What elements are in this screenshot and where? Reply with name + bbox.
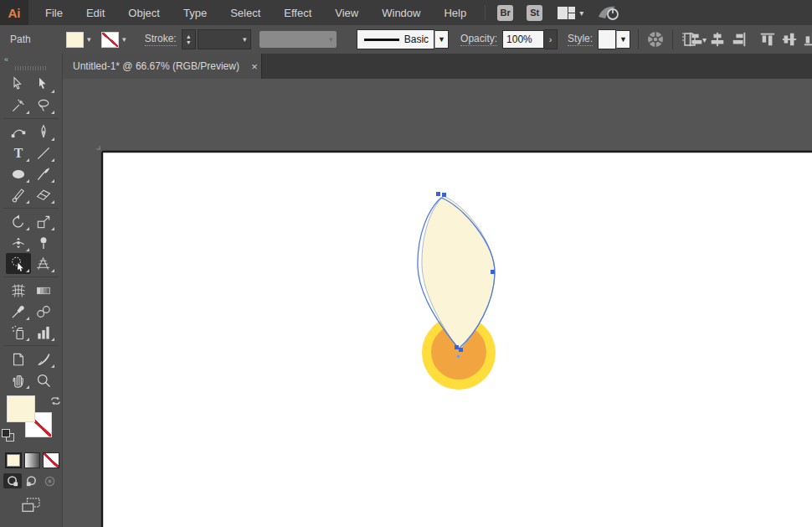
opacity-label[interactable]: Opacity: <box>460 33 497 46</box>
menu-item-edit[interactable]: Edit <box>75 0 116 25</box>
mesh-tool-icon <box>10 282 27 299</box>
align-right-button[interactable] <box>728 30 750 49</box>
swap-fill-stroke-icon[interactable] <box>50 395 61 406</box>
none-mode-button[interactable] <box>43 452 59 468</box>
eyedropper-tool[interactable] <box>6 301 31 322</box>
gpu-performance-icon[interactable] <box>595 3 622 22</box>
shaper-tool[interactable] <box>6 184 31 205</box>
width-tool[interactable] <box>6 232 31 253</box>
arrange-documents-icon[interactable] <box>558 7 576 19</box>
magic-wand-tool[interactable] <box>6 95 31 116</box>
direct-selection-tool[interactable] <box>31 74 56 95</box>
lasso-tool-icon <box>35 97 52 114</box>
screen-mode-button[interactable] <box>20 497 42 514</box>
puppet-warp-tool[interactable] <box>31 232 56 253</box>
brush-definition-combo[interactable]: Basic <box>357 29 434 49</box>
chevron-down-icon[interactable]: ▾ <box>239 32 250 48</box>
pen-tool[interactable] <box>31 121 56 142</box>
panel-drag-grip[interactable] <box>15 66 47 70</box>
fill-indicator[interactable] <box>7 395 35 422</box>
document-tab[interactable]: Untitled-1* @ 66.67% (RGB/Preview) × <box>63 54 262 79</box>
opacity-expand-arrow[interactable]: › <box>544 29 558 49</box>
menu-item-select[interactable]: Select <box>218 0 272 25</box>
eraser-tool-icon <box>35 187 52 204</box>
stroke-weight-combo[interactable]: ▾ <box>198 29 251 49</box>
menu-item-help[interactable]: Help <box>432 0 478 25</box>
type-tool[interactable] <box>6 142 31 163</box>
recolor-artwork-icon[interactable] <box>646 30 665 49</box>
canvas-area[interactable] <box>63 79 812 527</box>
gradient-tool[interactable] <box>31 280 56 301</box>
curvature-tool[interactable] <box>6 121 31 142</box>
draw-inside-button[interactable] <box>40 473 59 488</box>
collapse-panel-icon[interactable]: « <box>4 55 8 64</box>
symbol-sprayer-tool[interactable] <box>6 322 31 343</box>
menu-item-file[interactable]: File <box>33 0 75 25</box>
chevron-down-icon[interactable]: ▾ <box>84 32 95 48</box>
stock-button[interactable]: St <box>527 5 542 21</box>
color-mode-button[interactable] <box>5 452 22 468</box>
lasso-tool[interactable] <box>31 95 56 116</box>
shape-builder-tool[interactable] <box>6 253 31 274</box>
style-label[interactable]: Style: <box>568 33 593 46</box>
align-center-button[interactable] <box>707 30 728 49</box>
stroke-weight-label[interactable]: Stroke: <box>145 33 177 46</box>
hand-tool[interactable] <box>6 369 31 390</box>
zoom-tool-icon <box>35 372 52 389</box>
draw-normal-button[interactable] <box>3 473 22 488</box>
stroke-none-swatch[interactable] <box>101 32 119 48</box>
shaper-tool-icon <box>10 187 27 204</box>
gradient-tool-icon <box>35 282 52 299</box>
mesh-tool[interactable] <box>6 280 31 301</box>
width-profile-dropdown: ▾ <box>260 31 337 48</box>
paintbrush-tool[interactable] <box>31 163 56 184</box>
style-chevron[interactable]: ▼ <box>616 30 630 49</box>
menu-item-object[interactable]: Object <box>116 0 172 25</box>
paintbrush-tool-icon <box>35 166 52 183</box>
zoom-tool[interactable] <box>31 369 56 390</box>
fill-color-picker[interactable]: ▾ <box>66 32 95 48</box>
selection-type-label: Path <box>10 34 31 45</box>
eraser-tool[interactable] <box>31 184 56 205</box>
symbol-sprayer-tool-icon <box>10 324 27 341</box>
gradient-mode-button[interactable] <box>24 452 41 468</box>
menu-item-effect[interactable]: Effect <box>272 0 323 25</box>
menu-item-window[interactable]: Window <box>370 0 432 25</box>
blend-tool[interactable] <box>31 301 56 322</box>
stroke-color-picker[interactable]: ▾ <box>101 32 130 48</box>
tool-group-divider <box>3 118 59 119</box>
align-middle-button[interactable] <box>779 30 800 49</box>
artboard-tool[interactable] <box>6 349 31 369</box>
align-top-button[interactable] <box>757 30 779 49</box>
fill-swatch[interactable] <box>66 32 84 48</box>
slice-tool[interactable] <box>31 349 56 369</box>
draw-behind-button[interactable] <box>22 473 40 488</box>
style-swatch[interactable] <box>598 29 616 49</box>
magic-wand-tool-icon <box>10 97 27 114</box>
artboard-tool-icon <box>10 351 27 368</box>
default-fill-stroke-icon[interactable] <box>2 429 13 441</box>
menu-item-type[interactable]: Type <box>172 0 218 25</box>
drawing-modes-row <box>3 473 62 488</box>
close-icon[interactable]: × <box>248 60 261 73</box>
align-group <box>685 30 812 49</box>
document-tab-bar: Untitled-1* @ 66.67% (RGB/Preview) × <box>63 54 812 79</box>
chevron-down-icon[interactable]: ▾ <box>119 32 130 48</box>
line-segment-tool[interactable] <box>31 142 56 163</box>
column-graph-tool[interactable] <box>31 322 56 343</box>
puppet-warp-tool-icon <box>35 235 52 251</box>
brush-definition-chevron[interactable]: ▼ <box>434 30 449 49</box>
perspective-grid-tool[interactable] <box>31 253 56 274</box>
chevron-down-icon[interactable]: ▾ <box>579 8 583 18</box>
bridge-button[interactable]: Br <box>497 5 513 21</box>
selection-tool[interactable] <box>6 74 31 95</box>
pen-tool-icon <box>35 124 52 141</box>
align-bottom-button[interactable] <box>800 30 812 49</box>
align-left-button[interactable] <box>685 30 707 49</box>
ellipse-tool[interactable] <box>6 163 31 184</box>
stroke-weight-stepper[interactable]: ▲▼ <box>182 29 196 49</box>
scale-tool[interactable] <box>31 211 56 232</box>
menu-item-view[interactable]: View <box>323 0 370 25</box>
opacity-input[interactable] <box>502 30 544 49</box>
rotate-tool[interactable] <box>6 211 31 232</box>
